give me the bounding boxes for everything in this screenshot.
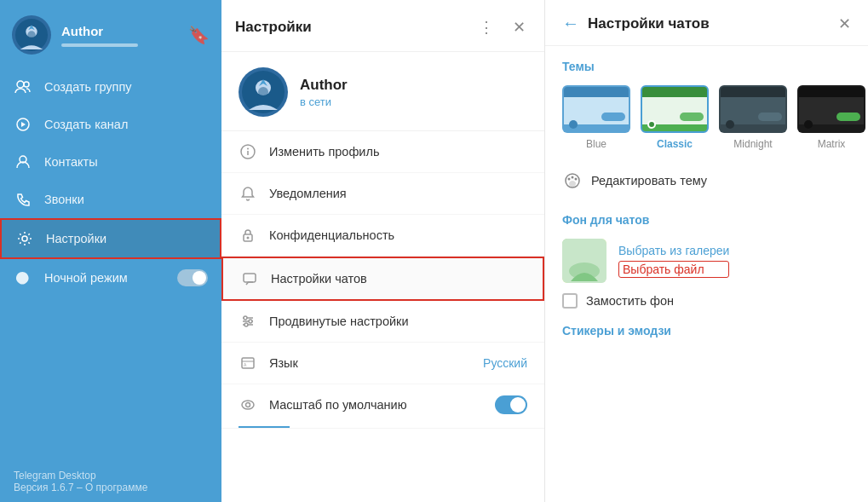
bg-row: Выбрать из галереи Выбрать файл: [562, 239, 851, 283]
settings-item-notifications[interactable]: Уведомления: [221, 173, 544, 215]
settings-more-button[interactable]: ⋮: [474, 15, 498, 39]
theme-label-classic: Classic: [657, 138, 693, 150]
theme-preview-midnight: [719, 85, 787, 133]
theme-preview-matrix: [797, 85, 865, 133]
settings-label-privacy: Конфиденциальность: [269, 228, 527, 242]
settings-header: Настройки ⋮ ✕: [221, 0, 544, 52]
tune-icon: [239, 312, 257, 331]
sidebar-item-night-mode[interactable]: Ночной режим: [0, 259, 221, 297]
theme-classic[interactable]: Classic: [641, 85, 709, 150]
settings-label-chat-settings: Настройки чатов: [271, 272, 526, 286]
chat-settings-header: ← Настройки чатов ✕: [545, 0, 868, 46]
lang-icon: A: [239, 354, 257, 372]
sidebar-item-calls[interactable]: Звонки: [0, 181, 221, 218]
palette-icon: [562, 170, 583, 191]
edit-theme-row[interactable]: Редактировать тему: [562, 165, 851, 196]
svg-point-22: [249, 320, 252, 323]
theme-blue[interactable]: Blue: [562, 85, 630, 150]
chat-settings-title: Настройки чатов: [588, 15, 830, 32]
themes-section: Темы Blue: [562, 60, 851, 196]
bg-section: Фон для чатов Выбрать из галереи Выбрать…: [562, 213, 851, 309]
night-mode-toggle[interactable]: [177, 269, 208, 286]
theme-preview-blue: [562, 85, 630, 133]
svg-point-21: [244, 316, 247, 320]
theme-preview-classic: [641, 85, 709, 133]
settings-menu: Изменить профиль Уведомления Конфиденциа…: [221, 131, 544, 502]
sidebar-item-create-channel[interactable]: Создать канал: [0, 106, 221, 143]
bg-gallery-link[interactable]: Выбрать из галереи: [618, 244, 729, 257]
stickers-section-title: Стикеры и эмодзи: [562, 324, 851, 338]
settings-header-icons: ⋮ ✕: [474, 15, 531, 39]
bg-section-title: Фон для чатов: [562, 213, 851, 227]
profile-avatar: [239, 67, 288, 117]
bell-icon: [239, 184, 257, 203]
theme-label-midnight: Midnight: [733, 138, 772, 150]
channel-icon: [14, 115, 32, 134]
night-icon: [14, 268, 32, 287]
theme-label-matrix: Matrix: [818, 138, 846, 150]
svg-point-27: [242, 401, 254, 409]
theme-matrix[interactable]: Matrix: [797, 85, 865, 150]
bg-checkbox-row: Замостить фон: [562, 293, 851, 309]
app-name: Telegram Desktop: [14, 470, 208, 482]
svg-rect-17: [244, 274, 256, 282]
settings-close-button[interactable]: ✕: [507, 15, 531, 39]
chat-icon: [240, 269, 259, 288]
sidebar-footer: Telegram Desktop Версия 1.6.7 – О програ…: [0, 458, 221, 502]
sidebar-label-night-mode: Ночной режим: [44, 271, 165, 285]
scale-toggle[interactable]: [495, 395, 527, 414]
settings-item-scale[interactable]: Масштаб по умолчанию: [221, 384, 544, 429]
settings-value-language: Русский: [483, 356, 527, 370]
svg-point-4: [17, 81, 24, 88]
sidebar-item-settings[interactable]: Настройки: [0, 218, 221, 259]
svg-point-14: [247, 148, 249, 150]
settings-label-scale: Масштаб по умолчанию: [269, 398, 483, 412]
bg-tile-checkbox[interactable]: [562, 293, 578, 309]
svg-text:A: A: [244, 362, 247, 367]
sidebar-username: Author: [61, 23, 178, 40]
sidebar-label-create-channel: Создать канал: [44, 118, 208, 131]
profile-status: в сети: [300, 95, 348, 108]
sidebar-item-contacts[interactable]: Контакты: [0, 143, 221, 181]
bookmark-icon[interactable]: 🔖: [188, 25, 210, 45]
scale-underline: [239, 426, 290, 428]
settings-icon: [15, 229, 34, 248]
sidebar-menu: Создать группу Создать канал Контакты Зв…: [0, 65, 221, 458]
sidebar-item-create-group[interactable]: Создать группу: [0, 68, 221, 106]
chat-settings-close-button[interactable]: ✕: [838, 14, 851, 33]
settings-item-language[interactable]: A Язык Русский: [221, 343, 544, 384]
app-version: Версия 1.6.7 – О программе: [14, 482, 208, 493]
settings-profile: Author в сети: [221, 52, 544, 131]
sidebar-user-info: Author: [61, 23, 178, 47]
bg-file-link[interactable]: Выбрать файл: [618, 261, 729, 278]
svg-point-30: [568, 178, 571, 181]
sidebar-label-calls: Звонки: [44, 193, 208, 206]
settings-label-notifications: Уведомления: [269, 187, 527, 200]
calls-icon: [14, 190, 32, 209]
sidebar-header: Author 🔖: [0, 0, 221, 65]
chat-settings-panel: ← Настройки чатов ✕ Темы Blue: [545, 0, 868, 502]
back-button[interactable]: ←: [562, 14, 579, 33]
bg-thumbnail: [562, 239, 606, 283]
settings-item-chat-settings[interactable]: Настройки чатов: [221, 257, 544, 301]
lock-icon: [239, 226, 257, 245]
bg-options: Выбрать из галереи Выбрать файл: [618, 244, 729, 278]
info-icon: [239, 142, 257, 161]
sidebar-label-settings: Настройки: [46, 232, 206, 245]
svg-point-31: [572, 176, 574, 179]
settings-panel: Настройки ⋮ ✕ Author в сети Измени: [221, 0, 545, 502]
theme-midnight[interactable]: Midnight: [719, 85, 787, 150]
edit-theme-label: Редактировать тему: [591, 174, 707, 188]
sidebar-status-bar: [61, 43, 138, 47]
bg-tile-label: Замостить фон: [586, 294, 674, 308]
svg-point-28: [246, 403, 250, 407]
eye-icon: [239, 395, 257, 414]
settings-item-edit-profile[interactable]: Изменить профиль: [221, 131, 544, 173]
profile-name: Author: [300, 77, 348, 94]
chat-settings-body: Темы Blue: [545, 46, 868, 363]
settings-item-advanced[interactable]: Продвинутые настройки: [221, 301, 544, 343]
settings-item-privacy[interactable]: Конфиденциальность: [221, 215, 544, 257]
sidebar-avatar: [12, 15, 51, 55]
sidebar-label-contacts: Контакты: [44, 155, 208, 169]
settings-label-advanced: Продвинутые настройки: [269, 314, 527, 328]
